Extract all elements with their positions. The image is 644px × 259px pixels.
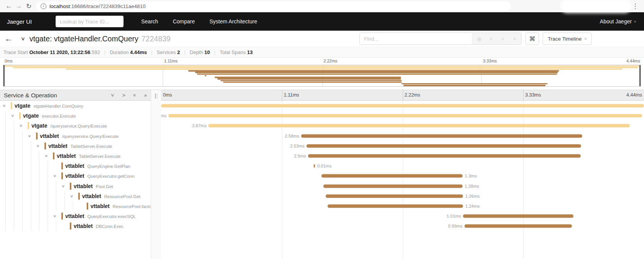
browser-menu-icon[interactable]: ⋮ <box>630 2 640 10</box>
span-timeline-row[interactable]: 3.87ms <box>161 121 644 131</box>
service-name: vttablet <box>40 133 59 139</box>
expand-chevron-icon[interactable]: > <box>19 125 23 127</box>
service-name: vttablet <box>65 173 84 179</box>
tree-row[interactable]: >vtgateexecutor.Execute <box>0 111 151 121</box>
next-match-icon[interactable]: > <box>500 36 506 42</box>
span-bar[interactable] <box>161 104 644 108</box>
indent-guide <box>5 121 6 131</box>
jaeger-logo[interactable]: Jaeger UI <box>0 18 39 25</box>
tree-row[interactable]: >vttabletPool.Get <box>0 181 151 191</box>
tree-row[interactable]: >vttablet/queryservice.Query/Execute <box>0 131 151 141</box>
service-name: vttablet <box>65 163 84 169</box>
tree-row[interactable]: vttabletQueryEngine.GetPlan <box>0 161 151 171</box>
span-timeline-row[interactable]: 1.24ms <box>161 201 644 211</box>
span-duration-label: 2.58ms <box>285 134 299 138</box>
span-timeline-row[interactable]: 1.28ms <box>161 181 644 191</box>
tree-row[interactable]: vttabletResourcePool.factory <box>0 201 151 211</box>
span-bar[interactable] <box>463 215 573 218</box>
browser-forward-icon[interactable]: → <box>14 2 24 10</box>
timeline-axis-header: 0ms1.11ms2.22ms3.33ms4.44ms <box>161 90 644 101</box>
span-bar[interactable] <box>208 124 630 128</box>
span-bar[interactable] <box>308 154 581 158</box>
span-duration-label: 0.01ms <box>317 164 332 168</box>
span-bar[interactable] <box>328 204 463 208</box>
tree-row[interactable]: >vttabletQueryExecutor.execSQL <box>0 211 151 221</box>
span-timeline-row[interactable]: 2.53ms <box>161 141 644 151</box>
collapse-all-icon[interactable]: » <box>132 94 138 97</box>
minimap-canvas[interactable] <box>3 65 641 87</box>
service-name: vttablet <box>91 203 110 209</box>
trace-view-select[interactable]: Trace Timeline> <box>543 33 592 45</box>
panel-resize-gutter[interactable] <box>151 90 161 259</box>
span-bar[interactable] <box>464 225 572 228</box>
tree-row[interactable]: >vttabletQueryExecutor.getConn <box>0 171 151 181</box>
span-bar[interactable] <box>314 164 315 168</box>
browser-reload-icon[interactable]: ↻ <box>24 2 34 10</box>
collapse-header-chevron-icon[interactable]: > <box>20 37 26 41</box>
nav-item-compare[interactable]: Compare <box>173 18 195 25</box>
span-bar[interactable] <box>321 174 463 178</box>
span-timeline-row[interactable]: 2.58ms <box>161 131 644 141</box>
trace-lookup-input[interactable] <box>56 16 124 27</box>
expand-chevron-icon[interactable]: > <box>69 195 74 197</box>
back-button[interactable]: ← <box>5 34 21 43</box>
expand-all-icon[interactable]: » <box>144 92 147 98</box>
locate-span-icon[interactable]: ◎ <box>476 36 482 42</box>
span-bar[interactable] <box>301 134 582 138</box>
span-timeline-row[interactable]: ms <box>161 111 644 121</box>
expand-chevron-icon[interactable]: > <box>53 175 57 177</box>
tree-row[interactable]: vttabletDBConn.Exec <box>0 221 151 231</box>
indent-guide <box>14 141 14 151</box>
axis-gridline <box>282 90 282 100</box>
minimap-left-drag-handle[interactable] <box>3 65 5 86</box>
tree-row[interactable]: >vtgatevtgateHandler.ComQuery <box>0 101 151 111</box>
service-color-bar <box>19 112 21 119</box>
page-info-icon[interactable]: i <box>41 3 46 9</box>
span-bar[interactable] <box>306 144 581 148</box>
expand-chevron-icon[interactable]: > <box>27 135 32 137</box>
indent-guide <box>5 161 6 171</box>
expand-chevron-icon[interactable]: > <box>10 115 15 117</box>
trace-page-header: ← > vtgate: vtgateHandler.ComQuery722483… <box>0 31 644 47</box>
span-timeline-row[interactable] <box>161 101 644 111</box>
expand-chevron-icon[interactable]: > <box>61 185 66 187</box>
expand-chevron-icon[interactable]: > <box>2 105 7 107</box>
span-timeline-row[interactable]: 2.5ms <box>161 151 644 161</box>
span-timeline-row[interactable]: 0.99ms <box>161 221 644 231</box>
tree-row[interactable]: >vtgate/queryservice.Query/Execute <box>0 121 151 131</box>
axis-tick-label: 3.33ms <box>525 92 541 98</box>
address-bar[interactable]: i localhost:16686/trace/7224839c11ae4810 <box>36 2 511 11</box>
nav-item-system-architecture[interactable]: System Architecture <box>209 18 257 25</box>
prev-match-icon[interactable]: > <box>488 36 494 42</box>
indent-guide <box>22 201 23 211</box>
about-jaeger-menu[interactable]: About Jaeger> <box>600 18 636 25</box>
span-bar[interactable] <box>326 194 463 198</box>
span-timeline-row[interactable]: 1.01ms <box>161 211 644 221</box>
service-color-bar <box>70 223 71 229</box>
operation-name: /queryservice.Query/Execute <box>62 134 119 139</box>
operation-name: ResourcePool.factory <box>113 204 151 209</box>
browser-back-icon[interactable]: ← <box>4 2 14 10</box>
expand-chevron-icon[interactable]: > <box>36 145 40 147</box>
keyboard-shortcuts-button[interactable]: ⌘ <box>525 33 539 45</box>
tree-row[interactable]: >vttabletTabletServer.Execute <box>0 141 151 151</box>
expand-chevron-icon[interactable]: > <box>53 215 57 217</box>
clear-search-icon[interactable]: × <box>512 36 517 42</box>
span-timeline-row[interactable]: 1.26ms <box>161 191 644 201</box>
tree-row[interactable]: >vttabletResourcePool.Get <box>0 191 151 201</box>
expand-chevron-icon[interactable]: > <box>44 155 49 157</box>
span-bar[interactable] <box>168 114 642 118</box>
tree-row[interactable]: >vttabletTabletServer.Execute <box>0 151 151 161</box>
minimap-right-drag-handle[interactable] <box>639 65 641 86</box>
span-name: vttabletDBConn.Exec <box>74 223 124 229</box>
collapse-one-level-icon[interactable]: > <box>110 94 116 97</box>
span-timeline-row[interactable]: 0.01ms <box>161 161 644 171</box>
expand-one-level-icon[interactable]: > <box>122 92 125 98</box>
find-input[interactable] <box>360 33 472 44</box>
service-color-bar <box>61 172 63 179</box>
nav-item-search[interactable]: Search <box>141 18 158 25</box>
span-bar[interactable] <box>323 184 463 188</box>
operation-name: /queryservice.Query/Execute <box>50 124 107 128</box>
service-name: vttablet <box>74 183 93 189</box>
span-timeline-row[interactable]: 1.3ms <box>161 171 644 181</box>
